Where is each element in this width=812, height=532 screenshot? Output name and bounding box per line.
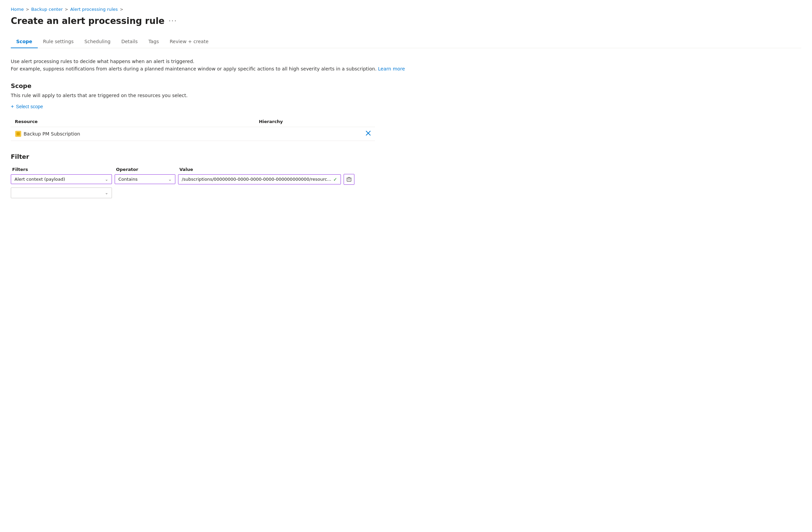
breadcrumb-sep3: > [120,7,123,12]
hierarchy-cell [255,127,362,141]
tab-scheduling[interactable]: Scheduling [79,35,116,48]
filter-delete-button-1[interactable] [344,174,354,185]
select-scope-button[interactable]: + Select scope [11,103,43,109]
tab-tags[interactable]: Tags [143,35,164,48]
scope-subtitle: This rule will apply to alerts that are … [11,93,801,98]
breadcrumb-sep2: > [65,7,68,12]
scope-section: Scope This rule will apply to alerts tha… [11,82,801,141]
breadcrumb: Home > Backup center > Alert processing … [11,7,801,12]
more-options-icon[interactable]: ··· [169,17,177,25]
filter-operator-dropdown-1[interactable]: Contains ⌄ [115,174,175,184]
tabs-nav: Scope Rule settings Scheduling Details T… [11,35,801,48]
breadcrumb-alert-rules[interactable]: Alert processing rules [70,7,118,12]
scope-title: Scope [11,82,801,89]
description-block: Use alert processing rules to decide wha… [11,58,801,73]
chevron-down-icon-2: ⌄ [168,177,172,182]
resource-table: Resource Hierarchy Backup PM Subscrip [11,116,375,141]
tab-rule-settings[interactable]: Rule settings [38,35,79,48]
table-row: Backup PM Subscription [11,127,375,141]
filter-value-text-1: /subscriptions/00000000-0000-0000-0000-0… [182,177,331,182]
svg-rect-1 [16,132,20,135]
filter-row-1: Alert context (payload) ⌄ Contains ⌄ /su… [11,174,801,185]
tab-review-create[interactable]: Review + create [164,35,214,48]
resource-name-cell: Backup PM Subscription [11,127,255,141]
page-title-row: Create an alert processing rule ··· [11,16,801,26]
filter-row-2: ⌄ [11,188,801,198]
filter-col-value: Value [179,167,800,172]
filter-table-header: Filters Operator Value [11,167,801,172]
filter-section: Filter Filters Operator Value Alert cont… [11,153,801,198]
filter-type-dropdown-1[interactable]: Alert context (payload) ⌄ [11,174,112,184]
filter-title: Filter [11,153,801,160]
page-title: Create an alert processing rule [11,16,164,26]
filter-value-input-1[interactable]: /subscriptions/00000000-0000-0000-0000-0… [178,174,341,184]
col-hierarchy: Hierarchy [255,116,362,127]
subscription-icon [15,131,21,137]
filter-type-value-1: Alert context (payload) [14,177,65,182]
tab-scope[interactable]: Scope [11,35,38,48]
learn-more-link[interactable]: Learn more [378,66,405,72]
resource-name: Backup PM Subscription [24,131,80,136]
filter-col-filters: Filters [12,167,113,172]
delete-cell [362,127,375,141]
check-icon-1: ✓ [333,177,337,182]
delete-row-button[interactable] [365,131,371,137]
description-line2: For example, suppress notifications from… [11,66,377,72]
breadcrumb-sep1: > [26,7,29,12]
tab-details[interactable]: Details [116,35,143,48]
filter-col-operator: Operator [116,167,177,172]
filter-type-dropdown-2[interactable]: ⌄ [11,188,112,198]
breadcrumb-backup-center[interactable]: Backup center [31,7,63,12]
svg-rect-4 [347,178,351,181]
plus-icon: + [11,103,14,109]
select-scope-label: Select scope [16,104,43,109]
breadcrumb-home[interactable]: Home [11,7,24,12]
chevron-down-icon-3: ⌄ [105,191,108,195]
filter-operator-value-1: Contains [118,177,137,182]
chevron-down-icon-1: ⌄ [105,177,108,182]
col-resource: Resource [11,116,255,127]
description-line1: Use alert processing rules to decide wha… [11,59,194,64]
